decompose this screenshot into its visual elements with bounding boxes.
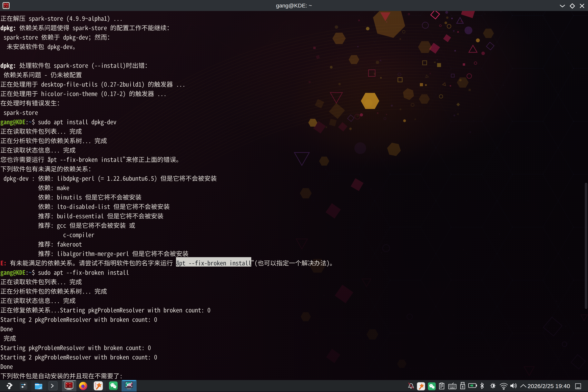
svg-text:APPIM: APPIM	[95, 382, 96, 388]
